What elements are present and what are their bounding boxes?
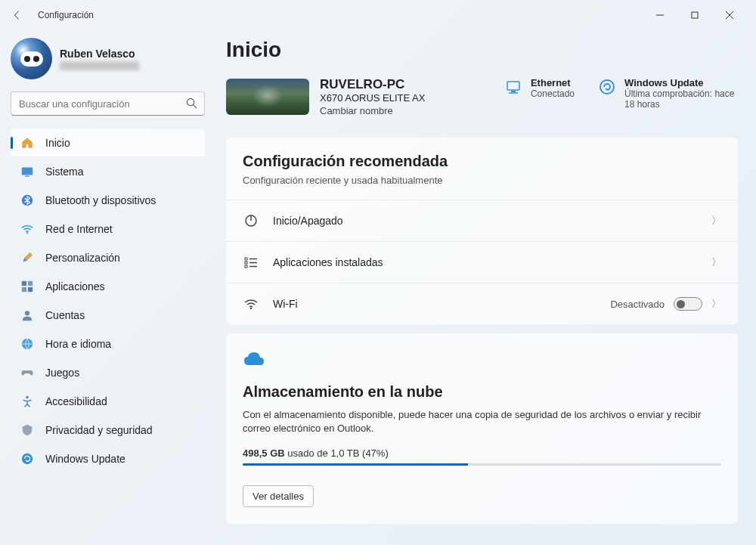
details-button[interactable]: Ver detalles bbox=[243, 485, 314, 507]
svg-point-16 bbox=[26, 396, 29, 399]
sidebar-item-accounts[interactable]: Cuentas bbox=[11, 302, 205, 329]
wifi-toggle[interactable] bbox=[674, 297, 702, 311]
update-icon bbox=[20, 451, 35, 466]
row-label: Inicio/Apagado bbox=[273, 215, 711, 227]
wifi-state-label: Desactivado bbox=[610, 299, 665, 310]
ethernet-status[interactable]: Ethernet Conectado bbox=[503, 77, 575, 99]
svg-rect-19 bbox=[511, 91, 516, 92]
sidebar-item-label: Aplicaciones bbox=[45, 280, 105, 293]
svg-point-30 bbox=[250, 308, 252, 309]
sidebar-item-label: Cuentas bbox=[45, 309, 85, 321]
titlebar: Configuración bbox=[0, 0, 756, 30]
cloud-title: Almacenamiento en la nube bbox=[243, 383, 721, 401]
svg-point-21 bbox=[600, 80, 614, 94]
sidebar-item-apps[interactable]: Aplicaciones bbox=[11, 273, 205, 300]
storage-of: usado de 1,0 TB (47%) bbox=[287, 447, 388, 459]
search-input[interactable] bbox=[11, 91, 205, 116]
svg-rect-13 bbox=[28, 287, 33, 292]
row-wifi[interactable]: Wi-Fi Desactivado 〉 bbox=[226, 283, 738, 324]
brush-icon bbox=[20, 250, 35, 265]
row-label: Wi-Fi bbox=[273, 298, 610, 310]
ethernet-sub: Conectado bbox=[531, 88, 575, 99]
sidebar-item-privacy[interactable]: Privacidad y seguridad bbox=[11, 416, 205, 444]
svg-rect-12 bbox=[22, 287, 26, 292]
chevron-right-icon: 〉 bbox=[711, 214, 721, 228]
storage-text: 498,5 GB usado de 1,0 TB (47%) bbox=[243, 447, 721, 459]
list-icon bbox=[243, 254, 259, 271]
close-button[interactable] bbox=[712, 3, 747, 27]
device-block[interactable]: RUVELRO-PC X670 AORUS ELITE AX Cambiar n… bbox=[226, 77, 425, 116]
search-icon bbox=[186, 98, 197, 112]
update-title: Windows Update bbox=[624, 77, 738, 88]
row-label: Aplicaciones instaladas bbox=[273, 256, 711, 268]
sidebar-item-gaming[interactable]: Juegos bbox=[11, 359, 205, 386]
rename-link[interactable]: Cambiar nombre bbox=[320, 105, 425, 116]
svg-rect-18 bbox=[507, 82, 519, 90]
svg-line-5 bbox=[194, 105, 197, 108]
svg-rect-24 bbox=[245, 258, 247, 260]
row-power[interactable]: Inicio/Apagado 〉 bbox=[226, 200, 738, 241]
sidebar-item-update[interactable]: Windows Update bbox=[11, 445, 205, 472]
ethernet-icon bbox=[503, 77, 523, 97]
sidebar: Ruben Velasco Inicio Sistema Bluetooth y… bbox=[0, 30, 215, 545]
sidebar-item-label: Windows Update bbox=[45, 453, 125, 465]
avatar bbox=[11, 38, 52, 79]
nav-list: Inicio Sistema Bluetooth y dispositivos … bbox=[11, 129, 205, 472]
update-status-icon bbox=[597, 77, 617, 97]
row-installed-apps[interactable]: Aplicaciones instaladas 〉 bbox=[226, 241, 738, 283]
chevron-right-icon: 〉 bbox=[711, 255, 721, 269]
info-row: RUVELRO-PC X670 AORUS ELITE AX Cambiar n… bbox=[226, 77, 738, 116]
recommended-card: Configuración recomendada Configuración … bbox=[226, 138, 738, 324]
sidebar-item-system[interactable]: Sistema bbox=[11, 158, 205, 185]
device-name: RUVELRO-PC bbox=[320, 77, 425, 92]
wifi-row-icon bbox=[243, 296, 259, 312]
back-button[interactable] bbox=[9, 8, 24, 23]
person-icon bbox=[20, 308, 35, 323]
user-section[interactable]: Ruben Velasco bbox=[11, 38, 205, 79]
sidebar-item-label: Accesibilidad bbox=[45, 395, 107, 407]
apps-icon bbox=[20, 279, 35, 294]
storage-used: 498,5 GB bbox=[243, 447, 285, 459]
cloud-icon bbox=[243, 350, 721, 370]
sidebar-item-label: Sistema bbox=[45, 166, 84, 178]
content-area: Inicio RUVELRO-PC X670 AORUS ELITE AX Ca… bbox=[215, 30, 756, 545]
sidebar-item-network[interactable]: Red e Internet bbox=[11, 215, 205, 243]
ethernet-title: Ethernet bbox=[531, 77, 575, 88]
minimize-button[interactable] bbox=[643, 3, 677, 27]
page-title: Inicio bbox=[226, 38, 738, 62]
svg-point-4 bbox=[187, 98, 194, 105]
svg-point-14 bbox=[25, 311, 29, 315]
sidebar-item-label: Personalización bbox=[45, 252, 120, 264]
sidebar-item-bluetooth[interactable]: Bluetooth y dispositivos bbox=[11, 187, 205, 214]
search-box bbox=[11, 91, 205, 116]
gamepad-icon bbox=[20, 365, 35, 380]
wifi-icon bbox=[20, 221, 35, 237]
svg-rect-7 bbox=[25, 175, 29, 176]
sidebar-item-home[interactable]: Inicio bbox=[11, 129, 205, 156]
sidebar-item-label: Privacidad y seguridad bbox=[45, 424, 153, 436]
window-controls bbox=[643, 3, 747, 27]
storage-progress-fill bbox=[243, 463, 468, 466]
power-icon bbox=[243, 212, 259, 229]
user-name: Ruben Velasco bbox=[60, 48, 139, 60]
sidebar-item-accessibility[interactable]: Accesibilidad bbox=[11, 388, 205, 415]
update-status[interactable]: Windows Update Última comprobación: hace… bbox=[597, 77, 738, 110]
svg-point-9 bbox=[26, 232, 28, 234]
device-model: X670 AORUS ELITE AX bbox=[320, 92, 425, 104]
user-email bbox=[60, 61, 139, 70]
system-icon bbox=[20, 164, 35, 179]
sidebar-item-personalization[interactable]: Personalización bbox=[11, 244, 205, 271]
recommended-subtitle: Configuración reciente y usada habitualm… bbox=[243, 175, 721, 186]
sidebar-item-time[interactable]: Hora e idioma bbox=[11, 330, 205, 358]
accessibility-icon bbox=[20, 394, 35, 409]
sidebar-item-label: Hora e idioma bbox=[45, 338, 111, 350]
maximize-button[interactable] bbox=[677, 3, 712, 27]
svg-rect-10 bbox=[22, 281, 26, 286]
svg-rect-25 bbox=[245, 262, 247, 264]
sidebar-item-label: Red e Internet bbox=[45, 223, 113, 235]
cloud-desc: Con el almacenamiento disponible, puede … bbox=[243, 408, 721, 435]
home-icon bbox=[20, 135, 35, 150]
svg-rect-6 bbox=[22, 168, 33, 175]
shield-icon bbox=[20, 423, 35, 438]
sidebar-item-label: Juegos bbox=[45, 367, 79, 379]
